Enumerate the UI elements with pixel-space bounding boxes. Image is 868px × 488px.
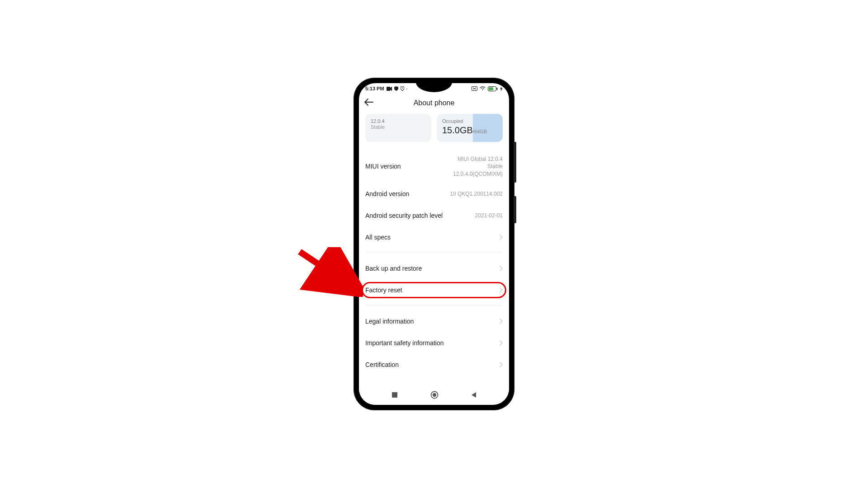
row-label: Factory reset <box>365 286 402 294</box>
storage-total: /64GB <box>473 129 487 134</box>
row-certification[interactable]: Certification <box>365 354 503 375</box>
title-bar: About phone <box>359 94 509 112</box>
row-label: MIUI version <box>365 163 401 170</box>
chevron-right-icon <box>499 340 503 346</box>
chevron-right-icon <box>499 266 503 271</box>
chevron-right-icon <box>499 235 503 240</box>
row-legal-information[interactable]: Legal information <box>365 310 503 332</box>
storage-used: 15.0GB <box>442 125 473 135</box>
svg-rect-0 <box>387 87 390 91</box>
svg-rect-8 <box>392 392 397 398</box>
row-label: Legal information <box>365 318 414 325</box>
nav-back-button[interactable] <box>471 392 476 400</box>
row-security-patch[interactable]: Android security patch level 2021-02-01 <box>365 205 503 226</box>
battery-icon <box>488 86 498 91</box>
row-label: Important safety information <box>365 339 444 347</box>
svg-line-11 <box>300 252 354 288</box>
location-icon <box>401 86 404 91</box>
charging-icon <box>500 86 503 91</box>
row-label: Back up and restore <box>365 265 422 272</box>
status-dot: • <box>406 87 408 91</box>
info-cards: 12.0.4 Stable Occupied 15.0GB/64GB <box>365 114 503 142</box>
svg-rect-6 <box>489 87 493 90</box>
row-miui-version[interactable]: MIUI version MIUI Global 12.0.4 Stable 1… <box>365 150 503 183</box>
storage-caption: Occupied <box>442 118 497 124</box>
chevron-right-icon <box>499 362 503 367</box>
storage-value: 15.0GB/64GB <box>442 125 497 136</box>
row-android-version[interactable]: Android version 10 QKQ1.200114.002 <box>365 183 503 205</box>
nav-home-button[interactable] <box>430 391 439 401</box>
storage-card[interactable]: Occupied 15.0GB/64GB <box>437 114 503 142</box>
back-button[interactable] <box>364 99 373 108</box>
chevron-right-icon <box>499 319 503 324</box>
wifi-icon <box>480 86 486 91</box>
miui-value-2: Stable <box>453 163 503 170</box>
phone-screen: 5:13 PM • About phone 12.0.4 <box>359 83 509 405</box>
miui-value-1: MIUI Global 12.0.4 <box>453 155 503 163</box>
cast-icon <box>472 86 477 91</box>
miui-value-3: 12.0.4.0(QCOMIXM) <box>453 170 503 178</box>
svg-point-10 <box>433 393 436 397</box>
row-factory-reset[interactable]: Factory reset <box>365 279 503 301</box>
version-card-line1: 12.0.4 <box>371 118 426 124</box>
divider <box>365 305 503 306</box>
power-button <box>514 196 516 223</box>
row-label: All specs <box>365 234 391 241</box>
page-title: About phone <box>414 99 455 107</box>
content-area: 12.0.4 Stable Occupied 15.0GB/64GB MIUI … <box>359 112 509 387</box>
row-value: 10 QKQ1.200114.002 <box>450 190 503 197</box>
divider <box>365 253 503 253</box>
svg-point-1 <box>401 88 402 89</box>
video-icon <box>387 87 392 91</box>
shield-icon <box>394 86 398 91</box>
phone-frame: 5:13 PM • About phone 12.0.4 <box>354 79 514 409</box>
row-label: Android security patch level <box>365 212 443 219</box>
row-label: Certification <box>365 361 399 368</box>
row-value: MIUI Global 12.0.4 Stable 12.0.4.0(QCOMI… <box>453 155 503 178</box>
version-card[interactable]: 12.0.4 Stable <box>365 114 431 142</box>
circle-icon <box>430 391 439 399</box>
nav-recent-button[interactable] <box>392 392 398 400</box>
square-icon <box>392 392 398 398</box>
svg-rect-7 <box>497 88 498 90</box>
chevron-right-icon <box>499 287 503 293</box>
row-label: Android version <box>365 190 409 197</box>
triangle-left-icon <box>471 392 476 398</box>
row-backup-restore[interactable]: Back up and restore <box>365 258 503 279</box>
version-card-line2: Stable <box>371 124 426 130</box>
row-safety-information[interactable]: Important safety information <box>365 332 503 354</box>
status-time: 5:13 PM <box>365 86 384 91</box>
volume-button <box>514 142 516 183</box>
arrow-left-icon <box>364 99 373 106</box>
navigation-bar <box>359 387 509 405</box>
row-all-specs[interactable]: All specs <box>365 226 503 248</box>
annotation-arrow-icon <box>295 247 363 297</box>
row-value: 2021-02-01 <box>475 212 503 219</box>
